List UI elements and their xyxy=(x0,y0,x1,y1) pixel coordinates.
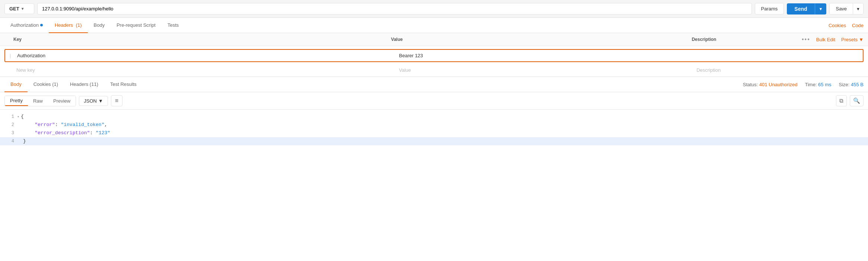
send-dropdown-button[interactable]: ▼ xyxy=(815,3,827,14)
tab-body[interactable]: Body xyxy=(88,18,111,33)
method-chevron-icon: ▼ xyxy=(21,7,25,11)
format-tabs: Pretty Raw Preview xyxy=(4,96,76,106)
response-tabs-bar: Body Cookies (1) Headers (11) Test Resul… xyxy=(0,77,868,92)
presets-chevron-icon: ▼ xyxy=(859,37,864,42)
size-value: 455 B xyxy=(851,82,864,87)
row-key[interactable]: Authorization xyxy=(17,52,399,59)
header-row-authorization[interactable]: | Authorization Bearer 123 xyxy=(4,49,864,62)
response-tab-test-results[interactable]: Test Results xyxy=(104,77,143,92)
copy-button[interactable]: ⧉ xyxy=(836,95,847,106)
code-line-3: 3 "error_description": "123" xyxy=(0,129,868,137)
line-content-4: } xyxy=(23,137,26,145)
save-btn-group: Save ▼ xyxy=(829,3,864,14)
json-selector-label: JSON xyxy=(84,98,97,104)
tab-tests-label: Tests xyxy=(167,22,179,28)
cookies-link[interactable]: Cookies xyxy=(829,18,846,33)
line-number-1: 1 xyxy=(3,113,14,120)
line-toggle-1[interactable]: ▾ xyxy=(17,114,19,120)
tab-body-label: Body xyxy=(94,22,105,28)
response-tab-cookies[interactable]: Cookies (1) xyxy=(28,77,64,92)
url-bar: GET ▼ Params Send ▼ Save ▼ xyxy=(0,0,868,18)
tab-headers-label: Headers xyxy=(55,22,73,28)
send-button[interactable]: Send xyxy=(787,3,814,14)
col-key-label: Key xyxy=(4,37,391,42)
tab-pre-request-label: Pre-request Script xyxy=(117,22,156,28)
json-key-error-desc: "error_description" xyxy=(35,130,90,136)
col-actions: ••• Bulk Edit Presets ▼ xyxy=(802,36,864,43)
response-controls-right: ⧉ 🔍 xyxy=(836,95,864,106)
save-button[interactable]: Save xyxy=(830,3,853,14)
code-line-2: 2 "error": "invalid_token", xyxy=(0,121,868,129)
line-number-2: 2 xyxy=(3,121,14,129)
json-val-error: "invalid_token" xyxy=(61,122,104,128)
response-tab-body[interactable]: Body xyxy=(4,77,28,92)
format-tab-pretty[interactable]: Pretty xyxy=(5,96,28,106)
line-content-3: "error_description": "123" xyxy=(23,129,110,137)
tab-authorization-label: Authorization xyxy=(10,22,39,28)
presets-label: Presets xyxy=(841,37,858,42)
size-label: Size: 455 B xyxy=(839,82,864,87)
code-area: 1 ▾ { 2 "error": "invalid_token", 3 "err… xyxy=(0,110,868,148)
response-tab-headers-label: Headers (11) xyxy=(70,81,98,87)
json-chevron-icon: ▼ xyxy=(98,98,103,104)
tab-authorization[interactable]: Authorization xyxy=(4,18,49,33)
method-label: GET xyxy=(9,6,19,12)
time-value: 65 ms xyxy=(818,82,831,87)
line-content-2: "error": "invalid_token", xyxy=(23,121,107,129)
json-val-error-desc: "123" xyxy=(96,130,110,136)
tab-pre-request[interactable]: Pre-request Script xyxy=(111,18,162,33)
line-content-1: { xyxy=(21,113,24,121)
col-desc-label: Description xyxy=(692,37,802,42)
row-drag-handle: | xyxy=(10,53,11,58)
authorization-dot xyxy=(40,24,43,26)
tab-headers[interactable]: Headers (1) xyxy=(49,18,88,33)
status-label: Status: 401 Unauthorized xyxy=(743,82,798,87)
json-key-error: "error" xyxy=(35,122,55,128)
format-tab-raw[interactable]: Raw xyxy=(28,96,48,106)
empty-row-desc[interactable]: Description xyxy=(696,67,859,73)
request-tabs: Authorization Headers (1) Body Pre-reque… xyxy=(0,18,868,33)
headers-section: Key Value Description ••• Bulk Edit Pres… xyxy=(0,33,868,77)
search-button[interactable]: 🔍 xyxy=(850,95,864,106)
row-value[interactable]: Bearer 123 xyxy=(399,53,696,58)
response-tab-cookies-label: Cookies (1) xyxy=(33,81,58,87)
more-options-icon[interactable]: ••• xyxy=(802,36,810,43)
wrap-button[interactable]: ≡ xyxy=(111,95,122,106)
empty-row: New key Value Description xyxy=(4,65,864,75)
headers-count: (1) xyxy=(74,22,82,28)
line-toggle-3 xyxy=(17,130,22,136)
time-label: Time: 65 ms xyxy=(805,82,831,87)
tab-tests[interactable]: Tests xyxy=(162,18,185,33)
bulk-edit-button[interactable]: Bulk Edit xyxy=(816,37,835,42)
response-controls: Pretty Raw Preview JSON ▼ ≡ ⧉ 🔍 xyxy=(0,92,868,110)
headers-table-header: Key Value Description ••• Bulk Edit Pres… xyxy=(0,33,868,46)
code-line-1: 1 ▾ { xyxy=(0,113,868,121)
save-dropdown-button[interactable]: ▼ xyxy=(853,3,863,14)
tabs-right: Cookies Code xyxy=(829,18,864,33)
response-tab-body-label: Body xyxy=(10,81,22,87)
presets-button[interactable]: Presets ▼ xyxy=(841,37,864,42)
response-status: Status: 401 Unauthorized Time: 65 ms Siz… xyxy=(743,82,864,87)
line-toggle-4 xyxy=(17,138,22,145)
status-value: 401 Unauthorized xyxy=(759,82,798,87)
method-selector[interactable]: GET ▼ xyxy=(4,3,34,14)
json-selector[interactable]: JSON ▼ xyxy=(79,96,108,106)
code-line-4: 4 } xyxy=(0,137,868,145)
line-toggle-2 xyxy=(17,122,22,128)
response-tab-headers[interactable]: Headers (11) xyxy=(64,77,104,92)
params-button[interactable]: Params xyxy=(755,3,784,14)
send-btn-group: Send ▼ xyxy=(787,3,826,14)
format-tab-preview[interactable]: Preview xyxy=(48,96,76,106)
response-tab-test-results-label: Test Results xyxy=(110,81,137,87)
row-checkbox-area: | xyxy=(10,53,17,58)
code-link[interactable]: Code xyxy=(852,18,864,33)
col-value-label: Value xyxy=(391,37,692,42)
url-input[interactable] xyxy=(37,3,752,14)
empty-row-key[interactable]: New key xyxy=(16,67,399,73)
line-number-3: 3 xyxy=(3,129,14,137)
empty-row-value[interactable]: Value xyxy=(399,67,696,73)
line-number-4: 4 xyxy=(3,138,14,145)
